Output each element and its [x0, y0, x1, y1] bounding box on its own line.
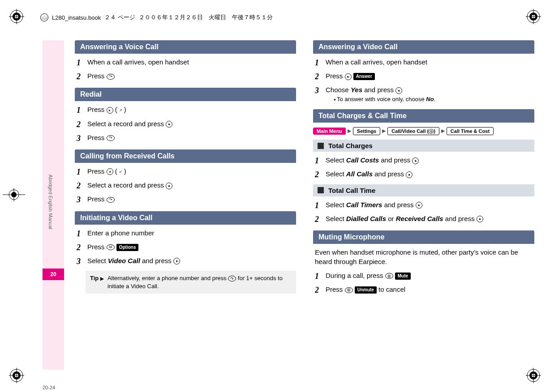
step-text: Press ↷ [87, 71, 296, 81]
center-key-icon: ● [416, 202, 422, 209]
header-page-info: ２４ ページ [104, 13, 135, 21]
left-key-icon: ◂ [107, 168, 113, 175]
subsection-total-charges: Total Charges [313, 140, 534, 152]
shortcut-key-icon: ⊞ [345, 287, 353, 293]
step-text: Press ◂ (↙) [87, 166, 296, 176]
section-answering-video-call: Answering a Video Call [313, 40, 534, 54]
call-key-icon: ↷ [107, 197, 115, 203]
softkey-answer: Answer [353, 73, 375, 80]
crop-registration-mark [9, 368, 24, 383]
step-text: Press ↷ [87, 133, 296, 142]
step-number: 2 [77, 119, 84, 130]
step-text: Press ● Answer [326, 71, 534, 81]
nav-call-time-cost: Call Time & Cost [447, 127, 494, 135]
step-text: When a call arrives, open handset [87, 57, 296, 67]
step-number: 1 [77, 166, 84, 178]
side-label: Abridged English Manual [48, 175, 53, 229]
right-key-icon: ▸ [107, 107, 113, 114]
crop-registration-mark [9, 9, 24, 24]
section-total-charges-call-time: Total Charges & Call Time [313, 109, 534, 123]
section-initiating-video-call: Initiating a Video Call [75, 211, 296, 225]
step-number: 2 [77, 180, 84, 192]
step-number: 2 [315, 214, 322, 225]
page-number: 20-24 [43, 385, 55, 390]
chevron-right-icon: ▶ [382, 128, 386, 134]
chevron-right-icon: ▶ [348, 128, 351, 134]
step-text: Select a record and press ● [87, 180, 296, 190]
nav-key-icon: ⊙ [429, 129, 434, 134]
center-key-icon: ● [166, 183, 172, 189]
step-number: 3 [77, 256, 84, 267]
page-content: Abridged English Manual 20 20-24 Answeri… [43, 40, 534, 370]
chevron-right-icon: ▶ [441, 128, 445, 134]
outgoing-icon: ↗ [117, 107, 124, 114]
nav-settings: Settings [353, 127, 380, 135]
center-key-icon: ● [477, 216, 483, 222]
step-number: 2 [315, 285, 322, 296]
section-calling-from-received: Calling from Received Calls [75, 149, 296, 163]
softkey-mute: Mute [395, 273, 411, 280]
square-bullet-icon [318, 143, 324, 149]
step-text: Select Call Costs and press ● [326, 155, 534, 165]
section-redial: Redial [75, 88, 296, 101]
header-date: ２００６年１２月２６日 火曜日 午後７時５１分 [139, 13, 273, 21]
center-key-icon: ● [395, 87, 402, 94]
step-number: 2 [315, 169, 322, 180]
shortcut-key-icon: ⊞ [385, 273, 393, 279]
square-bullet-icon [318, 187, 324, 193]
side-tab: 20 [43, 268, 64, 280]
center-key-icon: ● [173, 258, 180, 264]
step-number: 1 [315, 200, 322, 211]
step-number: 2 [315, 71, 322, 82]
right-column: Answering a Video Call 1When a call arri… [313, 40, 534, 370]
tip-box: Tip ▶ Alternatively, enter a phone numbe… [86, 271, 296, 294]
step-text: Select a record and press ● [87, 119, 296, 128]
step-number: 3 [77, 194, 84, 205]
center-key-icon: ● [166, 121, 172, 128]
incoming-icon: ↙ [117, 168, 124, 175]
step-text: Press ✉ Options [87, 242, 296, 251]
nav-main-menu: Main Menu [313, 128, 346, 135]
step-number: 1 [315, 57, 322, 68]
menu-breadcrumb: Main Menu ▶ Settings ▶ Call/Video Call (… [313, 127, 534, 136]
tip-label: Tip ▶ [90, 274, 104, 290]
nav-call-video: Call/Video Call (⊙) [387, 127, 439, 136]
softkey-unmute: Unmute [355, 286, 377, 294]
step-number: 2 [77, 71, 84, 82]
mail-key-icon: ✉ [107, 244, 115, 250]
crop-mark [3, 188, 25, 201]
step-number: 1 [77, 228, 84, 239]
step-text: When a call arrives, open handset [326, 57, 534, 67]
subsection-total-call-time: Total Call Time [313, 184, 534, 196]
document-header: 📖 L280_insatsu.book ２４ ページ ２００６年１２月２６日 火… [40, 13, 532, 21]
step-text: Select Call Timers and press ● [326, 200, 534, 209]
call-key-icon: ↷ [107, 135, 115, 141]
center-key-icon: ● [412, 158, 419, 164]
step-number: 1 [77, 57, 84, 68]
section-answering-voice-call: Answering a Voice Call [75, 40, 296, 54]
step-text: Select Video Call and press ● [87, 256, 296, 265]
step-text: Choose Yes and press ● To answer with vo… [326, 85, 534, 103]
left-margin-strip: Abridged English Manual 20 [43, 40, 64, 370]
call-key-icon: ↷ [107, 74, 115, 80]
step-number: 1 [315, 155, 322, 166]
step-text: Press ↷ [87, 194, 296, 204]
center-key-icon: ● [406, 171, 412, 178]
step-number: 2 [77, 242, 84, 253]
left-column: Answering a Voice Call 1When a call arri… [75, 40, 296, 370]
step-number: 1 [77, 105, 84, 116]
section-description: Even when handset microphone is muted, o… [315, 247, 534, 266]
section-muting-microphone: Muting Microphone [313, 230, 534, 244]
step-number: 1 [315, 271, 322, 282]
step-number: 3 [77, 133, 84, 144]
crop-registration-mark [526, 368, 541, 383]
step-text: Press ⊞ Unmute to cancel [326, 285, 534, 294]
step-text: Enter a phone number [87, 228, 296, 238]
header-filename: L280_insatsu.book [52, 14, 101, 21]
center-key-icon: ● [345, 73, 352, 80]
softkey-options: Options [116, 244, 139, 251]
step-text: Select All Calls and press ● [326, 169, 534, 179]
call-key-icon: ↷ [228, 276, 236, 281]
step-note: To answer with voice only, choose No. [334, 95, 534, 103]
book-icon: 📖 [40, 13, 48, 21]
